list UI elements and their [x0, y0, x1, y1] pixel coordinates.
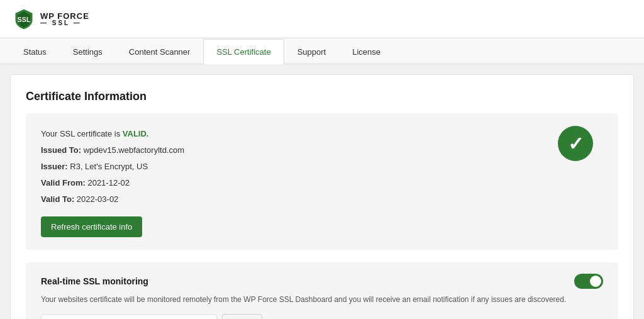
monitoring-toggle[interactable]	[574, 274, 603, 289]
valid-from-label: Valid From:	[41, 178, 86, 187]
certificate-text: Your SSL certificate is VALID. Issued To…	[41, 126, 603, 208]
cert-issued-to: Issued To: wpdev15.webfactoryltd.com	[41, 142, 603, 159]
logo-icon: SSL	[13, 8, 35, 30]
logo-text: WP FORCE — SSL —	[40, 12, 89, 26]
header: SSL WP FORCE — SSL —	[0, 0, 644, 38]
cert-status-line: Your SSL certificate is VALID.	[41, 126, 603, 142]
toggle-track	[574, 274, 603, 289]
tab-license[interactable]: License	[339, 39, 394, 64]
issuer-label: Issuer:	[41, 162, 68, 171]
email-row: Save	[41, 314, 603, 319]
logo-wp-text: WP FORCE	[40, 12, 89, 20]
tab-status[interactable]: Status	[10, 39, 60, 64]
cert-valid-label: VALID.	[123, 129, 149, 138]
tabs-bar: Status Settings Content Scanner SSL Cert…	[0, 38, 644, 64]
issued-to-label: Issued To:	[41, 145, 81, 155]
refresh-certificate-button[interactable]: Refresh certificate info	[41, 216, 142, 237]
issuer-value: R3, Let's Encrypt, US	[70, 162, 148, 171]
monitoring-card: Real-time SSL monitoring Your websites c…	[26, 262, 618, 319]
valid-from-value: 2021-12-02	[87, 178, 130, 187]
toggle-thumb	[590, 276, 601, 287]
issued-to-value: wpdev15.webfactoryltd.com	[84, 145, 184, 155]
main-content: Certificate Information Your SSL certifi…	[10, 74, 634, 319]
email-input[interactable]	[41, 314, 217, 319]
logo: SSL WP FORCE — SSL —	[13, 8, 89, 30]
valid-to-value: 2022-03-02	[77, 194, 119, 204]
tab-settings[interactable]: Settings	[60, 39, 116, 64]
monitoring-title: Real-time SSL monitoring	[41, 276, 148, 286]
certificate-section-title: Certificate Information	[26, 90, 618, 103]
logo-ssl-text: — SSL —	[40, 20, 89, 26]
cert-valid-to: Valid To: 2022-03-02	[41, 191, 603, 208]
svg-text:SSL: SSL	[18, 16, 31, 23]
valid-to-label: Valid To:	[41, 194, 74, 204]
certificate-info-card: Your SSL certificate is VALID. Issued To…	[26, 113, 618, 250]
cert-valid-from: Valid From: 2021-12-02	[41, 175, 603, 191]
tab-ssl-certificate[interactable]: SSL Certificate	[203, 39, 284, 64]
valid-checkmark-icon	[558, 126, 593, 161]
cert-issuer: Issuer: R3, Let's Encrypt, US	[41, 159, 603, 175]
tab-content-scanner[interactable]: Content Scanner	[116, 39, 204, 64]
monitoring-header: Real-time SSL monitoring	[41, 274, 603, 289]
monitoring-description: Your websites certificate will be monito…	[41, 294, 603, 305]
save-button[interactable]: Save	[222, 314, 262, 319]
cert-status-prefix: Your SSL certificate is	[41, 129, 123, 138]
tab-support[interactable]: Support	[284, 39, 340, 64]
